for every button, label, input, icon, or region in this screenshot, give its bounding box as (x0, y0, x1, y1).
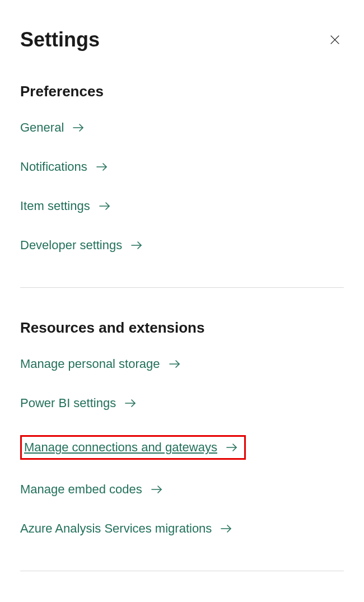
arrow-right-icon (95, 160, 109, 174)
link-label: Item settings (20, 199, 90, 213)
preferences-section: Preferences General Notifications Item s… (20, 83, 344, 277)
link-label: Power BI settings (20, 396, 116, 410)
arrow-right-icon (72, 121, 85, 134)
arrow-right-icon (98, 199, 111, 213)
general-link[interactable]: General (20, 120, 85, 135)
resources-section: Resources and extensions Manage personal… (20, 319, 344, 561)
arrow-right-icon (150, 483, 164, 496)
arrow-right-icon (130, 239, 143, 252)
item-settings-link[interactable]: Item settings (20, 199, 111, 213)
link-label: Notifications (20, 160, 87, 174)
link-label: Azure Analysis Services migrations (20, 521, 212, 536)
link-label: Manage connections and gateways (24, 440, 217, 455)
manage-personal-storage-link[interactable]: Manage personal storage (20, 357, 181, 371)
arrow-right-icon (225, 441, 239, 454)
section-divider (20, 571, 344, 571)
power-bi-settings-link[interactable]: Power BI settings (20, 396, 137, 410)
link-label: Developer settings (20, 238, 122, 253)
manage-connections-gateways-link[interactable]: Manage connections and gateways (20, 435, 246, 460)
preferences-title: Preferences (20, 83, 344, 100)
arrow-right-icon (168, 357, 181, 371)
page-title: Settings (20, 28, 100, 52)
resources-title: Resources and extensions (20, 319, 344, 337)
arrow-right-icon (220, 522, 233, 535)
manage-embed-codes-link[interactable]: Manage embed codes (20, 482, 164, 497)
close-icon (329, 34, 341, 46)
link-label: Manage personal storage (20, 357, 160, 371)
settings-header: Settings (20, 28, 344, 52)
link-label: General (20, 120, 64, 135)
azure-analysis-services-migrations-link[interactable]: Azure Analysis Services migrations (20, 521, 233, 536)
developer-settings-link[interactable]: Developer settings (20, 238, 143, 253)
arrow-right-icon (124, 396, 137, 410)
notifications-link[interactable]: Notifications (20, 160, 109, 174)
link-label: Manage embed codes (20, 482, 142, 497)
close-button[interactable] (326, 31, 344, 49)
section-divider (20, 287, 344, 288)
